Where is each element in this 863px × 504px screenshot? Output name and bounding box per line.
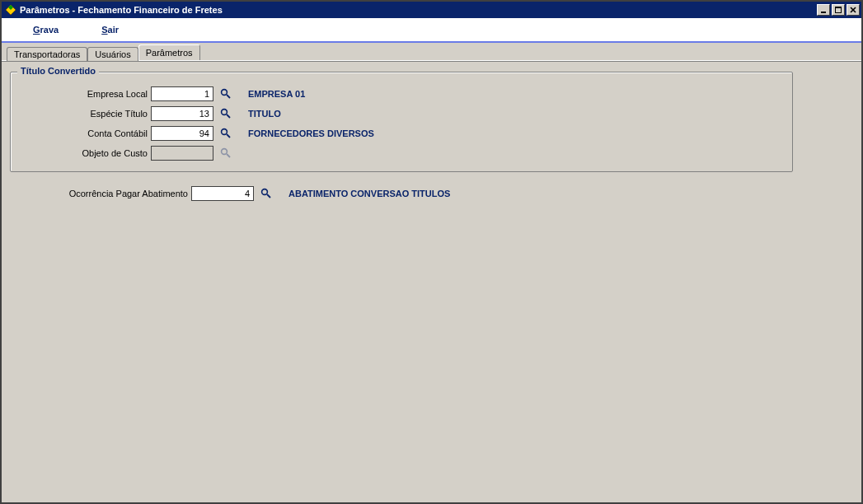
- maximize-button[interactable]: [832, 4, 845, 16]
- groupbox-titulo-convertido: Título Convertido Empresa Local EMPRESA …: [10, 72, 793, 172]
- input-objeto-custo: [151, 146, 213, 161]
- svg-rect-2: [821, 12, 826, 13]
- app-window: Parâmetros - Fechamento Financeiro de Fr…: [0, 0, 863, 504]
- svg-line-16: [267, 194, 270, 198]
- lookup-empresa-local-icon[interactable]: [218, 86, 233, 101]
- svg-rect-4: [835, 7, 842, 8]
- lookup-objeto-custo-icon: [218, 146, 233, 161]
- lookup-ocorrencia-icon[interactable]: [259, 186, 274, 201]
- menu-grava-hotkey: G: [33, 25, 40, 35]
- lookup-conta-contabil-icon[interactable]: [218, 126, 233, 141]
- menu-sair-rest: air: [108, 25, 119, 35]
- label-empresa-local: Empresa Local: [19, 89, 151, 99]
- svg-point-13: [222, 149, 227, 155]
- row-ocorrencia-pagar-abatimento: Ocorrência Pagar Abatimento ABATIMENTO C…: [10, 184, 853, 203]
- tab-parametros[interactable]: Parâmetros: [138, 44, 200, 60]
- lookup-especie-titulo-icon[interactable]: [218, 106, 233, 121]
- minimize-button[interactable]: [817, 4, 830, 16]
- desc-conta-contabil: FORNECEDORES DIVERSOS: [248, 128, 374, 138]
- window-controls: [815, 4, 860, 16]
- desc-empresa-local: EMPRESA 01: [248, 89, 305, 99]
- tab-transportadoras[interactable]: Transportadoras: [7, 47, 87, 61]
- label-ocorrencia: Ocorrência Pagar Abatimento: [10, 189, 191, 198]
- input-conta-contabil[interactable]: [151, 126, 213, 141]
- svg-point-11: [222, 129, 227, 135]
- svg-line-10: [227, 114, 230, 118]
- input-ocorrencia[interactable]: [191, 186, 254, 201]
- label-especie-titulo: Espécie Título: [19, 109, 151, 119]
- svg-line-12: [227, 134, 230, 138]
- row-especie-titulo: Espécie Título TITULO: [19, 104, 784, 124]
- label-objeto-custo: Objeto de Custo: [19, 148, 151, 158]
- close-button[interactable]: [847, 4, 860, 16]
- svg-line-14: [227, 154, 230, 157]
- input-empresa-local[interactable]: [151, 86, 213, 101]
- window-title: Parâmetros - Fechamento Financeiro de Fr…: [20, 5, 815, 15]
- row-objeto-custo: Objeto de Custo: [19, 143, 784, 163]
- menu-sair[interactable]: Sair: [80, 25, 140, 35]
- groupbox-legend: Título Convertido: [17, 66, 99, 76]
- tabstrip: Transportadoras Usuários Parâmetros: [2, 43, 861, 61]
- menu-grava-rest: rava: [40, 25, 59, 35]
- menu-grava[interactable]: Grava: [12, 25, 80, 35]
- svg-point-7: [222, 90, 227, 96]
- row-conta-contabil: Conta Contábil FORNECEDORES DIVERSOS: [19, 124, 784, 143]
- menu-sair-hotkey: S: [101, 25, 107, 35]
- label-conta-contabil: Conta Contábil: [19, 128, 151, 138]
- app-icon: [5, 4, 16, 16]
- desc-ocorrencia: ABATIMENTO CONVERSAO TITULOS: [288, 189, 450, 198]
- tab-panel-parametros: Título Convertido Empresa Local EMPRESA …: [2, 61, 861, 502]
- svg-point-9: [222, 110, 227, 115]
- row-empresa-local: Empresa Local EMPRESA 01: [19, 84, 784, 104]
- titlebar: Parâmetros - Fechamento Financeiro de Fr…: [2, 2, 861, 18]
- menubar: Grava Sair: [2, 18, 861, 43]
- tab-usuarios[interactable]: Usuários: [87, 47, 138, 61]
- desc-especie-titulo: TITULO: [248, 109, 281, 119]
- svg-point-15: [262, 189, 268, 195]
- svg-line-8: [227, 95, 230, 98]
- input-especie-titulo[interactable]: [151, 106, 213, 121]
